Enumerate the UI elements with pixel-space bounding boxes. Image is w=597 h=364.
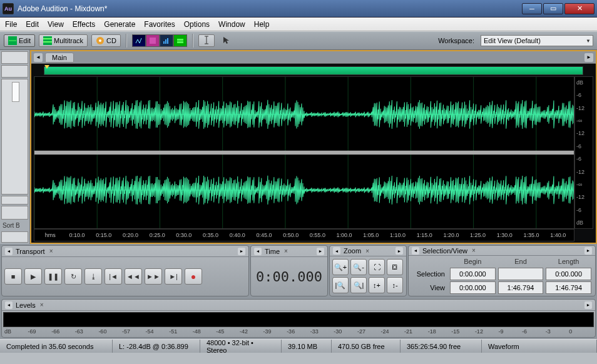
- zoom-panel: ◄Zoom×► 🔍+ 🔍- ⛶ ⛋ |🔍 🔍| ↕+ ↕-: [329, 245, 407, 296]
- vertical-slider[interactable]: [1, 79, 28, 195]
- levels-meter[interactable]: [3, 312, 594, 327]
- zoom-out-v-button[interactable]: ↕-: [387, 277, 403, 293]
- levels-expand-button[interactable]: ►: [584, 301, 592, 309]
- zoom-in-h-button[interactable]: 🔍+: [332, 259, 349, 275]
- spectral-view-button[interactable]: [132, 34, 146, 47]
- editor-tabbar: ◄ Main ►: [31, 51, 596, 64]
- transport-panel: ◄Transport×► ■ ▶ ❚❚ ↻ ⭳ |◄ ◄◄ ►► ►| ●: [1, 245, 249, 296]
- status-level: L: -28.4dB @ 0:36.899: [113, 340, 200, 353]
- workspace-label: Workspace:: [438, 37, 474, 44]
- zoom-close-button[interactable]: ×: [365, 248, 369, 255]
- forward-button[interactable]: ►►: [145, 268, 162, 285]
- statusbar: Completed in 35.60 seconds L: -28.4dB @ …: [0, 339, 597, 353]
- selection-begin-field[interactable]: 0:00.000: [450, 268, 496, 280]
- tab-prev-button[interactable]: ◄: [34, 53, 43, 62]
- selview-expand-button[interactable]: ►: [584, 247, 592, 255]
- workspace-dropdown[interactable]: Edit View (Default): [481, 35, 593, 46]
- levels-close-button[interactable]: ×: [40, 301, 44, 308]
- toolbar: Edit Multitrack CD Workspace: Edit View …: [0, 31, 597, 50]
- menu-file[interactable]: File: [5, 20, 17, 29]
- time-expand-button[interactable]: ►: [317, 248, 324, 255]
- status-disk-free: 470.50 GB free: [332, 340, 401, 353]
- multitrack-mode-button[interactable]: Multitrack: [39, 34, 88, 47]
- play-to-end-button[interactable]: ⭳: [84, 268, 102, 285]
- editor-tab-main[interactable]: Main: [45, 53, 74, 63]
- zoom-in-right-button[interactable]: 🔍|: [350, 277, 367, 293]
- selview-close-button[interactable]: ×: [472, 247, 476, 254]
- marquee-tool-button[interactable]: [218, 34, 235, 47]
- menu-edit[interactable]: Edit: [26, 20, 39, 29]
- pause-button[interactable]: ❚❚: [44, 268, 62, 285]
- overview-bar[interactable]: [44, 66, 583, 75]
- zoom-full-button[interactable]: ⛶: [369, 259, 385, 275]
- time-ruler[interactable]: hms0:10.00:15.00:20.00:25.00:30.00:35.00…: [34, 229, 574, 241]
- time-tool-button[interactable]: [198, 34, 215, 47]
- selview-collapse-button[interactable]: ◄: [412, 247, 419, 255]
- panel-toggle-2[interactable]: [1, 65, 28, 78]
- zoom-title: Zoom: [344, 247, 361, 255]
- play-button[interactable]: ▶: [24, 268, 42, 285]
- menu-generate[interactable]: Generate: [104, 20, 135, 29]
- transport-collapse-button[interactable]: ◄: [5, 248, 13, 255]
- menu-help[interactable]: Help: [254, 20, 270, 29]
- svg-point-5: [99, 39, 101, 42]
- view-begin-field[interactable]: 0:00.000: [450, 281, 496, 294]
- spectral-pan-button[interactable]: [160, 34, 173, 47]
- zoom-collapse-button[interactable]: ◄: [333, 247, 340, 255]
- selection-length-field[interactable]: 0:00.000: [546, 268, 591, 280]
- multitrack-icon: [43, 36, 52, 45]
- time-title: Time: [265, 248, 280, 255]
- zoom-expand-button[interactable]: ►: [395, 247, 403, 255]
- tab-next-button[interactable]: ►: [584, 53, 593, 62]
- panel-toggle-1[interactable]: [1, 51, 28, 64]
- status-completed: Completed in 35.60 seconds: [0, 340, 113, 353]
- svg-rect-24: [34, 151, 574, 154]
- menubar: File Edit View Effects Generate Favorite…: [0, 18, 597, 31]
- panel-arrow-up[interactable]: [1, 196, 28, 205]
- status-mode: Waveform: [482, 340, 597, 353]
- levels-collapse-button[interactable]: ◄: [5, 301, 13, 309]
- zoom-out-h-button[interactable]: 🔍-: [350, 259, 367, 275]
- spectral-phase-button[interactable]: [173, 34, 187, 47]
- zoom-in-left-button[interactable]: |🔍: [332, 277, 349, 293]
- record-button[interactable]: ●: [185, 268, 202, 285]
- svg-rect-10: [177, 39, 183, 41]
- view-end-field[interactable]: 1:46.794: [498, 281, 544, 294]
- view-buttons: [132, 34, 187, 47]
- spectral-freq-button[interactable]: [146, 34, 160, 47]
- menu-effects[interactable]: Effects: [73, 20, 95, 29]
- panel-bottom-button[interactable]: [1, 231, 28, 243]
- menu-view[interactable]: View: [48, 20, 64, 29]
- time-panel: ◄Time×► 0:00.000: [250, 245, 328, 296]
- transport-expand-button[interactable]: ►: [238, 248, 245, 255]
- transport-close-button[interactable]: ×: [49, 248, 53, 255]
- time-collapse-button[interactable]: ◄: [254, 248, 262, 255]
- menu-options[interactable]: Options: [184, 20, 210, 29]
- zoom-in-v-button[interactable]: ↕+: [369, 277, 385, 293]
- go-to-start-button[interactable]: |◄: [105, 268, 122, 285]
- volume-icon-box[interactable]: [1, 206, 28, 220]
- stop-button[interactable]: ■: [4, 268, 22, 285]
- levels-title: Levels: [16, 301, 36, 309]
- go-to-end-button[interactable]: ►|: [165, 268, 182, 285]
- maximize-button[interactable]: ▭: [543, 3, 563, 14]
- svg-rect-8: [165, 39, 166, 44]
- waveform-display[interactable]: [34, 76, 574, 229]
- close-button[interactable]: ✕: [564, 3, 594, 14]
- menu-window[interactable]: Window: [218, 20, 245, 29]
- status-format: 48000 • 32-bit • Stereo: [200, 340, 282, 353]
- rewind-button[interactable]: ◄◄: [125, 268, 142, 285]
- minimize-button[interactable]: ─: [522, 3, 542, 14]
- menu-favorites[interactable]: Favorites: [144, 20, 175, 29]
- svg-rect-2: [43, 38, 52, 39]
- zoom-selection-button[interactable]: ⛋: [387, 259, 403, 275]
- ibeam-icon: [203, 36, 210, 46]
- time-close-button[interactable]: ×: [284, 248, 288, 255]
- selection-end-field[interactable]: [498, 268, 544, 280]
- play-loop-button[interactable]: ↻: [64, 268, 82, 285]
- view-length-field[interactable]: 1:46.794: [546, 281, 591, 294]
- selview-title: Selection/View: [422, 247, 467, 255]
- edit-mode-button[interactable]: Edit: [4, 34, 35, 47]
- cd-mode-button[interactable]: CD: [91, 34, 121, 47]
- svg-rect-3: [43, 41, 52, 43]
